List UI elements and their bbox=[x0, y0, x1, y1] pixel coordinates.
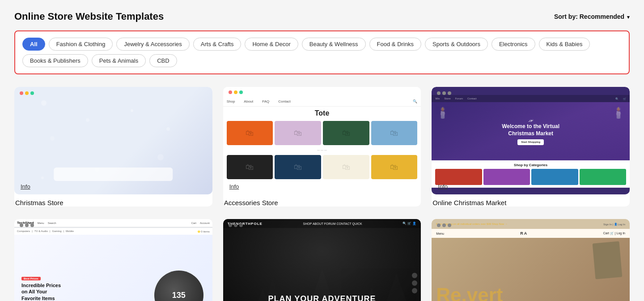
view-button[interactable]: View bbox=[495, 276, 567, 292]
info-link[interactable]: Info bbox=[438, 183, 448, 190]
filter-btn-all[interactable]: All bbox=[22, 38, 45, 51]
dot-1 bbox=[437, 224, 441, 227]
filter-btn-cbd[interactable]: CBD bbox=[149, 54, 177, 67]
edit-button[interactable]: Edit bbox=[77, 121, 149, 138]
dot-green bbox=[30, 91, 34, 95]
dot-1 bbox=[20, 224, 23, 227]
market-title: Welcome to the VirtualChristmas Market bbox=[502, 123, 559, 138]
north-title: PLAN YOUR ADVENTURE bbox=[268, 294, 376, 301]
card-thumbnail-accessories[interactable]: ShopAboutFAQContact 🔍 Tote 🛍 🛍 🛍 🛍 bbox=[223, 87, 421, 194]
card-thumbnail-revert[interactable]: Free shipping on all individual orders o… bbox=[432, 219, 630, 301]
filter-btn-fashion[interactable]: Fashion & Clothing bbox=[49, 38, 113, 51]
filter-btn-food[interactable]: Food & Drinks bbox=[369, 38, 421, 51]
edit-button[interactable]: Edit bbox=[77, 253, 149, 270]
filter-box: All Fashion & Clothing Jewelry & Accesso… bbox=[14, 30, 630, 74]
dot-3 bbox=[30, 224, 34, 227]
page-title: Online Store Website Templates bbox=[14, 11, 164, 22]
template-card-revert: Free shipping on all individual orders o… bbox=[432, 219, 630, 301]
dot-yellow bbox=[234, 90, 237, 94]
page-header: Online Store Website Templates Sort by: … bbox=[14, 11, 630, 22]
filter-row-1: All Fashion & Clothing Jewelry & Accesso… bbox=[22, 38, 622, 51]
filter-btn-pets[interactable]: Pets & Animals bbox=[92, 54, 146, 67]
dot-3 bbox=[448, 91, 451, 95]
view-button[interactable]: View bbox=[495, 144, 567, 160]
card-thumbnail-techshed[interactable]: TechShed MenuSearchCartAccount Computers… bbox=[14, 219, 212, 301]
sort-area[interactable]: Sort by: Recommended ▾ bbox=[554, 13, 630, 20]
dot-2 bbox=[442, 224, 446, 227]
info-link[interactable]: Info bbox=[21, 183, 30, 190]
welcome-text: نور bbox=[502, 117, 559, 122]
north-content: PLAN YOUR ADVENTURE ↓ SHOP NOW bbox=[268, 294, 376, 301]
dot-2 bbox=[442, 91, 446, 95]
window-dots bbox=[437, 91, 451, 95]
dot-yellow bbox=[25, 91, 29, 95]
card-label: Accessories Store bbox=[223, 199, 421, 206]
window-dots bbox=[229, 90, 243, 94]
view-button[interactable]: View bbox=[77, 144, 149, 160]
dot-2 bbox=[234, 224, 237, 227]
template-card-christmas-store: Edit View Info Christmas Store bbox=[14, 87, 212, 206]
filter-btn-electronics[interactable]: Electronics bbox=[491, 38, 535, 51]
filter-btn-books[interactable]: Books & Publishers bbox=[22, 54, 88, 67]
info-link[interactable]: Info bbox=[229, 183, 239, 190]
filter-btn-kids[interactable]: Kids & Babies bbox=[539, 38, 590, 51]
template-card-techshed: TechShed MenuSearchCartAccount Computers… bbox=[14, 219, 212, 301]
card-thumbnail-northpole[interactable]: THENORTHPOLE SHOP ABOUT FORUM CONTACT QU… bbox=[223, 219, 421, 301]
page-wrapper: Online Store Website Templates Sort by: … bbox=[0, 0, 644, 301]
filter-btn-jewelry[interactable]: Jewelry & Accessories bbox=[116, 38, 189, 51]
tech-badge: Best Prices bbox=[21, 277, 41, 280]
dot-green bbox=[239, 90, 243, 94]
dot-1 bbox=[229, 224, 232, 227]
dot-3 bbox=[448, 224, 451, 227]
edit-button[interactable]: Edit bbox=[286, 253, 358, 270]
filter-btn-arts[interactable]: Arts & Crafts bbox=[193, 38, 242, 51]
dot-1 bbox=[437, 91, 441, 95]
dot-red bbox=[20, 91, 23, 95]
filter-btn-home[interactable]: Home & Decor bbox=[245, 38, 298, 51]
market-hero-text: نور Welcome to the VirtualChristmas Mark… bbox=[502, 117, 559, 145]
window-dots bbox=[20, 224, 34, 227]
tech-text: Best Prices Incredible Priceson All Your… bbox=[21, 274, 65, 301]
templates-grid: Edit View Info Christmas Store ShopAbout… bbox=[14, 87, 630, 301]
dot-red bbox=[229, 90, 232, 94]
chevron-down-icon: ▾ bbox=[627, 14, 630, 20]
edit-button[interactable]: Edit bbox=[286, 121, 358, 138]
edit-button[interactable]: Edit bbox=[495, 253, 567, 270]
window-dots bbox=[437, 224, 451, 227]
dot-2 bbox=[25, 224, 29, 227]
sort-value[interactable]: Recommended bbox=[580, 13, 624, 20]
filter-row-2: Books & Publishers Pets & Animals CBD bbox=[22, 54, 622, 67]
template-card-accessories-store: ShopAboutFAQContact 🔍 Tote 🛍 🛍 🛍 🛍 bbox=[223, 87, 421, 206]
template-card-northpole: THENORTHPOLE SHOP ABOUT FORUM CONTACT QU… bbox=[223, 219, 421, 301]
filter-btn-beauty[interactable]: Beauty & Wellness bbox=[302, 38, 366, 51]
card-thumbnail-christmas-store[interactable]: Edit View Info bbox=[14, 87, 212, 194]
sort-label: Sort by: bbox=[554, 13, 578, 20]
view-button[interactable]: View bbox=[286, 276, 358, 292]
view-button[interactable]: View bbox=[77, 276, 149, 292]
card-label: Christmas Store bbox=[14, 199, 212, 206]
template-card-christmas-market: WixStoreForumContact 🔍 🛒 🕯️ 🕯️ نور Welco… bbox=[432, 87, 630, 206]
market-shop-btn[interactable]: Start Shopping bbox=[517, 139, 544, 145]
tech-headline: Incredible Priceson All YourFavorite Ite… bbox=[21, 282, 65, 301]
window-dots bbox=[20, 91, 34, 95]
dot-3 bbox=[239, 224, 243, 227]
filter-btn-sports[interactable]: Sports & Outdoors bbox=[425, 38, 488, 51]
window-dots bbox=[229, 224, 243, 227]
view-button[interactable]: View bbox=[286, 144, 358, 160]
card-label: Online Christmas Market bbox=[432, 199, 630, 206]
card-thumbnail-christmas-market[interactable]: WixStoreForumContact 🔍 🛒 🕯️ 🕯️ نور Welco… bbox=[432, 87, 630, 194]
